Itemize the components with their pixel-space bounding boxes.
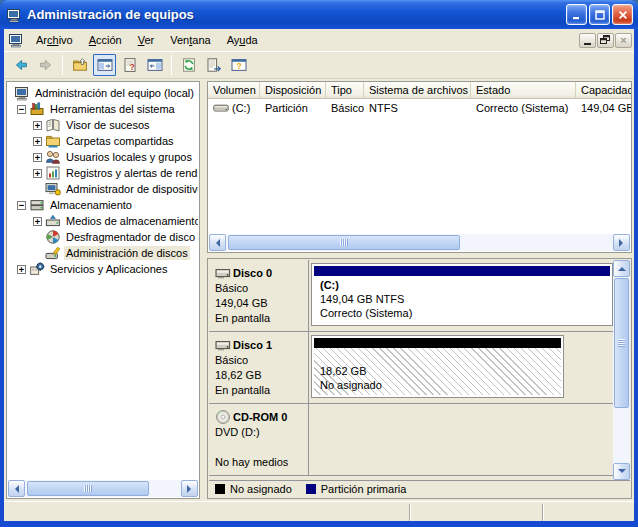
tree-item-label: Herramientas del sistema bbox=[48, 102, 177, 116]
tree-item[interactable]: Administración del equipo (local) bbox=[8, 85, 198, 101]
scroll-track[interactable] bbox=[613, 277, 630, 463]
column-header-tipo[interactable]: Tipo bbox=[326, 82, 364, 99]
disk-header-cell[interactable]: Disco 0Básico149,04 GBEn pantalla bbox=[209, 260, 309, 331]
scroll-right-icon bbox=[187, 485, 195, 493]
computer-icon bbox=[14, 85, 30, 101]
action-pane-icon bbox=[147, 57, 163, 73]
list-horizontal-scrollbar[interactable] bbox=[209, 234, 630, 251]
menu-archivo[interactable]: Archivo bbox=[28, 31, 81, 49]
graph-vertical-scrollbar[interactable] bbox=[613, 260, 630, 480]
column-header-sistema-de-archivos[interactable]: Sistema de archivos bbox=[364, 82, 471, 99]
tree-expander[interactable]: + bbox=[30, 217, 45, 226]
back-button[interactable] bbox=[9, 54, 32, 76]
disk-bar-area: 18,62 GBNo asignado bbox=[309, 332, 630, 403]
tree-item[interactable]: −Herramientas del sistema bbox=[8, 101, 198, 117]
show-hide-action-pane-button[interactable] bbox=[143, 54, 166, 76]
menu-ventana[interactable]: Ventana bbox=[162, 31, 218, 49]
legend-label: No asignado bbox=[230, 483, 292, 495]
scroll-thumb[interactable] bbox=[228, 235, 460, 250]
tree-item-label: Servicios y Aplicaciones bbox=[48, 262, 169, 276]
column-header-disposición[interactable]: Disposición bbox=[260, 82, 326, 99]
statusbar-section bbox=[543, 504, 634, 521]
tree-item[interactable]: Desfragmentador de disco bbox=[8, 229, 198, 245]
minimize-button[interactable] bbox=[566, 4, 587, 25]
console-tree: Administración del equipo (local)−Herram… bbox=[8, 83, 198, 480]
tree-item[interactable]: +Servicios y Aplicaciones bbox=[8, 261, 198, 277]
expand-icon[interactable]: + bbox=[33, 121, 42, 130]
scroll-down-icon bbox=[618, 469, 626, 477]
volume-cell: Correcto (Sistema) bbox=[471, 102, 576, 114]
tree-expander[interactable]: + bbox=[30, 169, 45, 178]
up-one-level-button[interactable] bbox=[68, 54, 91, 76]
unallocated-region[interactable]: 18,62 GBNo asignado bbox=[311, 335, 564, 398]
tree-item[interactable]: +Carpetas compartidas bbox=[8, 133, 198, 149]
scroll-left-icon bbox=[11, 485, 19, 493]
tree-item-label: Administración del equipo (local) bbox=[33, 86, 196, 100]
tree-expander[interactable]: + bbox=[30, 121, 45, 130]
tree-expander[interactable]: + bbox=[14, 265, 29, 274]
partition-region[interactable]: (C:)149,04 GB NTFSCorrecto (Sistema) bbox=[311, 263, 613, 326]
scroll-right-button[interactable] bbox=[181, 480, 198, 497]
tree-horizontal-scrollbar[interactable] bbox=[8, 480, 198, 497]
disk-info-line: DVD (D:) bbox=[215, 425, 306, 440]
help-button[interactable]: ? bbox=[227, 54, 250, 76]
expand-icon[interactable]: + bbox=[17, 265, 26, 274]
column-header-volumen[interactable]: Volumen bbox=[208, 82, 260, 99]
scroll-left-button[interactable] bbox=[209, 234, 226, 251]
menu-acción[interactable]: Acción bbox=[81, 31, 130, 49]
tree-item[interactable]: +Usuarios locales y grupos bbox=[8, 149, 198, 165]
thumb-grip bbox=[340, 239, 348, 246]
expand-icon[interactable]: + bbox=[33, 153, 42, 162]
scroll-left-button[interactable] bbox=[8, 480, 25, 497]
scroll-thumb[interactable] bbox=[614, 278, 629, 408]
column-header-capacidad[interactable]: Capacidad bbox=[576, 82, 632, 99]
disk-header-cell[interactable]: CD-ROM 0DVD (D:) No hay medios bbox=[209, 404, 309, 475]
close-button[interactable] bbox=[612, 4, 633, 25]
help-window-icon: ? bbox=[231, 57, 247, 73]
performance-logs-icon bbox=[45, 165, 61, 181]
legend-swatch bbox=[215, 484, 225, 494]
show-hide-console-tree-button[interactable] bbox=[93, 54, 116, 76]
disk-row: CD-ROM 0DVD (D:) No hay medios bbox=[209, 404, 630, 476]
scroll-track[interactable] bbox=[25, 480, 181, 497]
menu-ayuda[interactable]: Ayuda bbox=[219, 31, 266, 49]
tree-item[interactable]: −Almacenamiento bbox=[8, 197, 198, 213]
event-viewer-icon bbox=[45, 117, 61, 133]
tree-item[interactable]: +Registros y alertas de rendimiento bbox=[8, 165, 198, 181]
tree-expander[interactable]: + bbox=[30, 153, 45, 162]
scroll-down-button[interactable] bbox=[613, 463, 630, 480]
scroll-right-button[interactable] bbox=[613, 234, 630, 251]
expand-icon[interactable]: + bbox=[33, 217, 42, 226]
scroll-track[interactable] bbox=[226, 234, 613, 251]
collapse-icon[interactable]: − bbox=[17, 105, 26, 114]
mdi-minimize-button[interactable] bbox=[579, 33, 596, 48]
mdi-close-disabled-button[interactable]: × bbox=[615, 33, 632, 48]
expand-icon[interactable]: + bbox=[33, 137, 42, 146]
export-list-button[interactable] bbox=[202, 54, 225, 76]
scroll-thumb[interactable] bbox=[27, 481, 149, 496]
forward-button[interactable] bbox=[34, 54, 57, 76]
expand-icon[interactable]: + bbox=[33, 169, 42, 178]
volume-row[interactable]: (C:)ParticiónBásicoNTFSCorrecto (Sistema… bbox=[208, 99, 631, 116]
refresh-button[interactable] bbox=[177, 54, 200, 76]
collapse-icon[interactable]: − bbox=[17, 201, 26, 210]
mdi-restore-button[interactable] bbox=[597, 33, 614, 48]
scroll-up-button[interactable] bbox=[613, 260, 630, 277]
disk-info-line: Básico bbox=[215, 281, 306, 296]
properties-button[interactable]: ? bbox=[118, 54, 141, 76]
tree-item[interactable]: Administrador de dispositivos bbox=[8, 181, 198, 197]
tree-item[interactable]: +Medios de almacenamiento extraíbles bbox=[8, 213, 198, 229]
menu-ver[interactable]: Ver bbox=[130, 31, 163, 49]
tree-expander[interactable]: + bbox=[30, 137, 45, 146]
tree-item[interactable]: +Visor de sucesos bbox=[8, 117, 198, 133]
thumb-grip bbox=[618, 339, 625, 347]
tree-item[interactable]: Administración de discos bbox=[8, 245, 198, 261]
app-icon bbox=[6, 7, 22, 23]
tree-expander[interactable]: − bbox=[14, 105, 29, 114]
maximize-button[interactable] bbox=[589, 4, 610, 25]
computer-management-window: Administración de equipos ArchivoAcciónV… bbox=[0, 0, 638, 527]
column-header-estado[interactable]: Estado bbox=[471, 82, 576, 99]
tree-expander[interactable]: − bbox=[14, 201, 29, 210]
mdi-window-buttons: × bbox=[579, 33, 632, 48]
disk-header-cell[interactable]: Disco 1Básico18,62 GBEn pantalla bbox=[209, 332, 309, 403]
